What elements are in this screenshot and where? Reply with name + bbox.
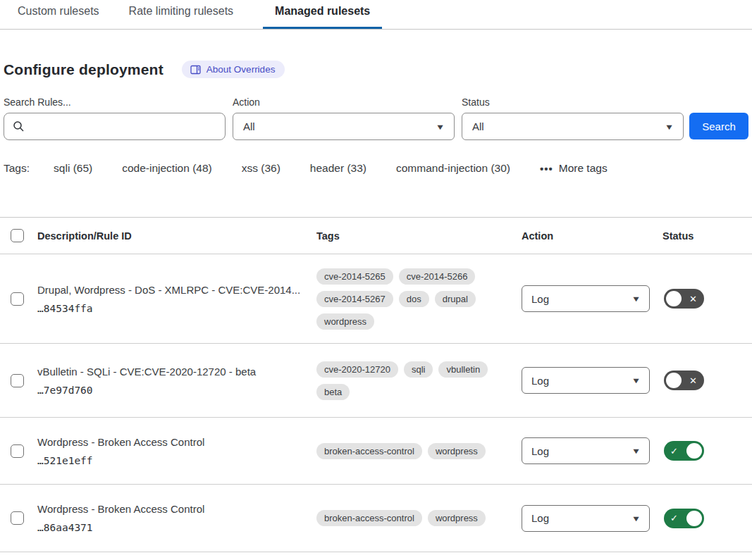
tag-pill: drupal (435, 291, 476, 307)
toggle-knob (666, 291, 682, 306)
more-tags-button[interactable]: ••• More tags (540, 162, 608, 175)
tag-pill: sqli (404, 361, 433, 378)
rule-description: Wordpress - Broken Access Control (37, 503, 302, 515)
column-header-description: Description/Rule ID (34, 230, 316, 242)
tag-filter-code-injection[interactable]: code-injection (48) (122, 162, 212, 175)
chevron-down-icon: ▼ (631, 447, 641, 455)
status-toggle[interactable]: ✕ (664, 289, 704, 309)
column-header-action: Action (522, 230, 662, 242)
row-checkbox[interactable] (11, 511, 24, 525)
toggle-state-icon: ✕ (689, 371, 697, 390)
rule-tags: cve-2020-12720 sqli vbulletin beta (316, 361, 522, 400)
column-header-status: Status (662, 230, 752, 242)
tag-pill: wordpress (428, 510, 486, 526)
search-rules-input-wrap (4, 113, 226, 140)
rule-description: vBulletin - SQLi - CVE:CVE-2020-12720 - … (37, 366, 302, 378)
search-icon (13, 120, 25, 132)
action-select[interactable]: Log ▼ (522, 367, 650, 394)
rule-description: Drupal, Wordpress - DoS - XMLRPC - CVE:C… (37, 284, 302, 296)
tag-filter-command-injection[interactable]: command-injection (30) (396, 162, 510, 175)
table-row: Drupal, Wordpress - DoS - XMLRPC - CVE:C… (0, 254, 752, 344)
about-overrides-link[interactable]: About Overrides (182, 61, 285, 78)
page-header: Configure deployment About Overrides (4, 61, 752, 78)
rule-id: …7e97d760 (37, 385, 302, 396)
action-value: Log (531, 375, 549, 387)
action-value: Log (531, 293, 549, 305)
chevron-down-icon: ▼ (631, 376, 641, 385)
tag-pill: dos (399, 291, 429, 307)
page-title: Configure deployment (4, 61, 164, 78)
tag-pill: broken-access-control (316, 443, 422, 459)
chevron-down-icon: ▼ (436, 123, 445, 131)
table-row: Wordpress - Broken Access Control …86aa4… (0, 485, 752, 552)
status-toggle[interactable]: ✓ (664, 441, 704, 461)
toggle-state-icon: ✕ (689, 289, 697, 309)
action-value: Log (531, 512, 549, 524)
status-toggle[interactable]: ✕ (664, 371, 704, 390)
tag-pill: vbulletin (438, 361, 488, 378)
toggle-state-icon: ✓ (670, 441, 678, 461)
action-select[interactable]: Log ▼ (522, 437, 650, 464)
ellipsis-icon: ••• (540, 163, 553, 175)
action-value: Log (531, 445, 549, 457)
action-select[interactable]: Log ▼ (522, 505, 650, 532)
tag-pill: broken-access-control (316, 510, 422, 526)
rule-id: …521e1eff (37, 455, 302, 466)
toggle-state-icon: ✓ (670, 509, 678, 528)
rule-tags: broken-access-control wordpress (316, 443, 522, 459)
table-header-row: Description/Rule ID Tags Action Status (0, 218, 752, 254)
status-toggle[interactable]: ✓ (664, 509, 704, 528)
rule-tags: broken-access-control wordpress (316, 510, 522, 526)
toggle-knob (686, 511, 702, 526)
select-all-checkbox[interactable] (11, 229, 24, 242)
search-button[interactable]: Search (689, 113, 748, 139)
rules-table: Description/Rule ID Tags Action Status D… (0, 217, 752, 552)
tab-managed-rulesets[interactable]: Managed rulesets (263, 5, 382, 29)
rule-id: …86aa4371 (37, 522, 302, 533)
search-rules-label: Search Rules... (4, 97, 226, 108)
filter-bar: Search Rules... Action All ▼ Status All … (4, 97, 752, 140)
action-filter-label: Action (233, 97, 455, 108)
status-filter-value: All (472, 120, 484, 132)
more-tags-label: More tags (559, 162, 608, 175)
tag-pill: cve-2014-5266 (399, 268, 476, 285)
tab-custom-rulesets[interactable]: Custom rulesets (18, 5, 99, 29)
tab-rate-limiting-rulesets[interactable]: Rate limiting rulesets (129, 5, 234, 29)
table-row: vBulletin - SQLi - CVE:CVE-2020-12720 - … (0, 344, 752, 418)
status-filter-select[interactable]: All ▼ (462, 113, 684, 140)
column-header-tags: Tags (316, 230, 522, 242)
action-select[interactable]: Log ▼ (522, 285, 650, 312)
table-row: Wordpress - Broken Access Control …521e1… (0, 418, 752, 485)
action-filter-select[interactable]: All ▼ (233, 113, 455, 140)
toggle-knob (666, 373, 682, 388)
chevron-down-icon: ▼ (631, 294, 641, 303)
tag-pill: wordpress (316, 313, 374, 330)
rule-id: …84534ffa (37, 303, 302, 314)
row-checkbox[interactable] (11, 444, 24, 458)
status-filter-label: Status (462, 97, 684, 108)
tags-label: Tags: (4, 162, 30, 175)
about-overrides-label: About Overrides (207, 64, 276, 75)
row-checkbox[interactable] (11, 374, 24, 387)
toggle-knob (686, 443, 702, 459)
tag-filter-xss[interactable]: xss (36) (242, 162, 281, 175)
tab-bar: Custom rulesets Rate limiting rulesets M… (0, 0, 752, 30)
tag-filter-row: Tags: sqli (65) code-injection (48) xss … (4, 162, 752, 175)
chevron-down-icon: ▼ (631, 514, 641, 523)
rule-description: Wordpress - Broken Access Control (37, 436, 302, 448)
search-rules-input[interactable] (30, 120, 225, 132)
chevron-down-icon: ▼ (665, 123, 674, 131)
tag-filter-sqli[interactable]: sqli (65) (54, 162, 92, 175)
tag-filter-header[interactable]: header (33) (310, 162, 366, 175)
action-filter-value: All (243, 120, 255, 132)
book-icon (190, 65, 201, 75)
rule-tags: cve-2014-5265 cve-2014-5266 cve-2014-526… (316, 268, 522, 330)
row-checkbox[interactable] (11, 292, 24, 306)
tag-pill: wordpress (428, 443, 486, 459)
tag-pill: cve-2020-12720 (316, 361, 398, 378)
tag-pill: cve-2014-5267 (316, 291, 393, 307)
tag-pill: cve-2014-5265 (316, 268, 393, 285)
tag-pill: beta (316, 384, 350, 400)
